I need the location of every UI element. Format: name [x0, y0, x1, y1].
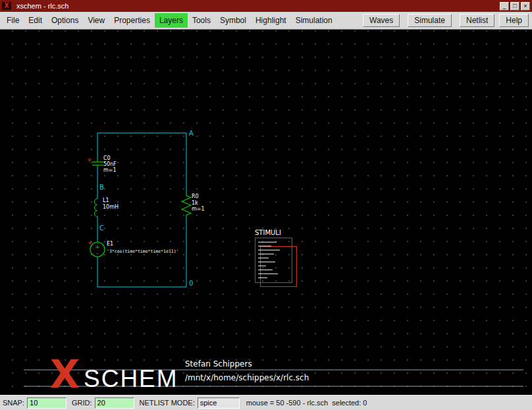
grid-label: GRID:	[72, 399, 92, 407]
snap-input[interactable]	[27, 397, 66, 409]
schematic-canvas[interactable]: C0 50nF m=1 L1 10mH + - E1 '3*cos(time*t…	[0, 30, 532, 395]
menubar: File Edit Options View Properties Layers…	[0, 12, 532, 30]
waves-button[interactable]: Waves	[363, 14, 400, 27]
net-label-b[interactable]: B	[99, 184, 104, 191]
menu-highlight[interactable]: Highlight	[251, 13, 291, 28]
capacitor-symbol[interactable]: C0 50nF m=1	[88, 155, 117, 173]
source-ref: E1	[107, 241, 113, 247]
circuit-wires[interactable]	[97, 133, 186, 287]
netlist-button[interactable]: Netlist	[460, 14, 494, 27]
stimuli-label: STIMULI	[255, 229, 281, 236]
xschem-window: X xschem - rlc.sch _ □ × File Edit Optio…	[0, 0, 532, 410]
window-title: xschem - rlc.sch	[16, 2, 68, 10]
menu-simulation[interactable]: Simulation	[291, 13, 337, 28]
author-text: Stefan Schippers	[185, 359, 252, 369]
stimuli-code-lines	[258, 242, 280, 278]
help-button[interactable]: Help	[499, 14, 529, 27]
stimuli-box-back	[261, 247, 297, 287]
grid-input[interactable]	[95, 397, 134, 409]
source-plus-mark	[88, 241, 92, 245]
resistor-ref: R0	[192, 193, 199, 199]
menu-tools[interactable]: Tools	[188, 13, 215, 28]
maximize-button[interactable]: □	[510, 2, 519, 11]
resistor-symbol[interactable]: R0 1k m=1	[182, 193, 205, 217]
simulate-button[interactable]: Simulate	[408, 14, 452, 27]
status-text: mouse = 50 -590 - rlc.sch selected: 0	[246, 399, 367, 407]
menu-edit[interactable]: Edit	[24, 13, 47, 28]
capacitor-ref: C0	[103, 155, 111, 161]
source-value: '3*cos(time*time*time*1e11)'	[107, 249, 179, 254]
titlebar[interactable]: X xschem - rlc.sch _ □ ×	[0, 0, 532, 12]
schematic-path-text: /mnt/x/home/schippes/x/rlc.sch	[185, 373, 309, 382]
menu-view[interactable]: View	[83, 13, 109, 28]
inductor-ref: L1	[103, 197, 109, 203]
snap-label: SNAP:	[3, 399, 24, 407]
source-minus-sign: -	[96, 250, 98, 257]
inductor-symbol[interactable]: L1 10mH	[95, 197, 119, 217]
capacitor-plus-mark	[88, 158, 92, 162]
app-icon: X	[2, 2, 11, 10]
resistor-mult: m=1	[192, 206, 205, 212]
resistor-value: 1k	[192, 200, 198, 206]
capacitor-mult: m=1	[103, 167, 117, 173]
menu-layers[interactable]: Layers	[155, 13, 188, 28]
xschem-logo: X SCHEM	[50, 352, 178, 395]
menu-properties[interactable]: Properties	[109, 13, 155, 28]
minimize-button[interactable]: _	[500, 2, 509, 11]
net-label-0[interactable]: 0	[189, 280, 193, 287]
menu-options[interactable]: Options	[47, 13, 83, 28]
source-plus-sign: +	[95, 243, 100, 250]
net-label-a[interactable]: A	[189, 130, 194, 137]
close-button[interactable]: ×	[521, 2, 530, 11]
capacitor-value: 50nF	[103, 161, 117, 167]
netlist-mode-label: NETLIST MODE:	[140, 399, 195, 407]
window-controls: _ □ ×	[500, 2, 530, 11]
logo-x: X	[50, 352, 80, 395]
inductor-value: 10mH	[103, 204, 119, 210]
netlist-mode-input[interactable]	[198, 397, 240, 409]
title-block: Stefan Schippers /mnt/x/home/schippes/x/…	[24, 352, 523, 395]
voltage-source-symbol[interactable]: + - E1 '3*cos(time*time*time*1e11)'	[88, 241, 179, 257]
stimuli-block[interactable]: STIMULI	[255, 229, 297, 287]
menu-file[interactable]: File	[2, 13, 24, 28]
net-label-c[interactable]: C	[99, 224, 104, 232]
statusbar: SNAP: GRID: NETLIST MODE: mouse = 50 -59…	[0, 395, 532, 410]
logo-schem-text: SCHEM	[84, 365, 178, 392]
menu-symbol[interactable]: Symbol	[215, 13, 251, 28]
